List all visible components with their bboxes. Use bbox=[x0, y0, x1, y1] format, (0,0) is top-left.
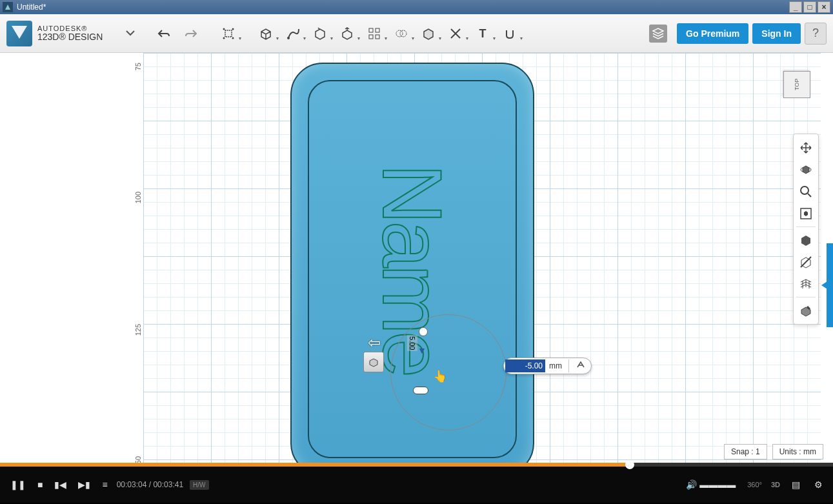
video-progress-fill bbox=[0, 463, 630, 467]
volume-button[interactable]: 🔊 ▬▬▬▬ bbox=[683, 477, 738, 492]
video-controls: ❚❚ ■ ▮◀ ▶▮ ≡ 00:03:04 / 00:03:41 H/W 🔊 ▬… bbox=[0, 467, 833, 503]
ruler-vertical: 75 100 125 150 bbox=[128, 53, 143, 463]
next-button[interactable]: ▶▮ bbox=[75, 477, 93, 492]
fit-tool[interactable] bbox=[796, 203, 816, 224]
titlebar: Untitled* _ □ × bbox=[0, 0, 833, 14]
text-tool[interactable]: T bbox=[474, 25, 492, 43]
svg-rect-9 bbox=[369, 35, 373, 39]
svg-point-3 bbox=[232, 28, 234, 30]
settings-button[interactable]: ⚙ bbox=[812, 477, 825, 492]
grouping-tool[interactable] bbox=[392, 25, 410, 43]
transform-tool[interactable] bbox=[219, 25, 237, 43]
go-premium-button[interactable]: Go Premium bbox=[677, 23, 748, 44]
sign-in-button[interactable]: Sign In bbox=[752, 23, 801, 44]
value-input-popup: mm bbox=[503, 358, 592, 374]
svg-rect-10 bbox=[376, 35, 379, 39]
video-time: 00:03:04 / 00:03:41 bbox=[117, 480, 183, 489]
pattern-tool[interactable] bbox=[365, 25, 383, 43]
svg-marker-0 bbox=[5, 5, 10, 10]
materials-button[interactable] bbox=[649, 25, 667, 43]
snap-tool[interactable] bbox=[501, 25, 519, 43]
prev-button[interactable]: ▮◀ bbox=[52, 477, 69, 492]
list-button[interactable]: ▤ bbox=[789, 477, 803, 492]
window-title: Untitled* bbox=[17, 3, 789, 12]
logo-icon bbox=[6, 21, 32, 46]
modify-tool[interactable] bbox=[338, 25, 356, 43]
unit-label: mm bbox=[545, 361, 566, 370]
zoom-tool[interactable] bbox=[796, 181, 816, 202]
app-icon bbox=[3, 2, 13, 12]
video-seek-bar[interactable] bbox=[0, 463, 833, 467]
svg-point-12 bbox=[400, 30, 406, 37]
units-status[interactable]: Units : mm bbox=[772, 444, 823, 459]
measure-tool[interactable] bbox=[447, 25, 465, 43]
snap-status[interactable]: Snap : 1 bbox=[724, 444, 767, 459]
app-menu-dropdown[interactable] bbox=[115, 29, 145, 38]
video-seek-handle[interactable] bbox=[625, 460, 634, 469]
mode-3d-button[interactable]: 3D bbox=[771, 481, 780, 489]
svg-point-5 bbox=[232, 37, 234, 39]
input-tool-button[interactable] bbox=[572, 360, 590, 372]
minimize-button[interactable]: _ bbox=[789, 1, 802, 13]
model-object[interactable]: Name bbox=[290, 63, 534, 463]
pan-tool[interactable] bbox=[796, 137, 816, 158]
combine-tool[interactable] bbox=[419, 25, 437, 43]
sketch-tool[interactable] bbox=[284, 25, 302, 43]
window-controls: _ □ × bbox=[789, 1, 830, 13]
svg-rect-8 bbox=[376, 28, 379, 32]
stop-button[interactable]: ■ bbox=[35, 477, 45, 492]
navigation-panel bbox=[793, 134, 819, 325]
playlist-button[interactable]: ≡ bbox=[99, 477, 110, 492]
main-toolbar: AUTODESK® 123D® DESIGN T Go Premium bbox=[0, 14, 833, 53]
svg-point-2 bbox=[223, 28, 225, 30]
hw-badge: H/W bbox=[190, 480, 208, 490]
orbit-tool[interactable] bbox=[796, 159, 816, 180]
edit-material-tool[interactable] bbox=[796, 300, 816, 321]
extrude-value-input[interactable] bbox=[505, 359, 545, 372]
svg-line-18 bbox=[808, 194, 811, 197]
logo-area: AUTODESK® 123D® DESIGN bbox=[6, 21, 103, 46]
close-button[interactable]: × bbox=[818, 1, 830, 13]
model-text: Name bbox=[364, 164, 461, 375]
grid-toggle-tool[interactable] bbox=[796, 274, 816, 294]
gizmo-tool-button[interactable] bbox=[363, 352, 384, 372]
canvas-viewport[interactable]: 75 100 125 150 Name ⇦ 5.00 ▼ 👆 mm TOP bbox=[0, 53, 833, 463]
svg-text:T: T bbox=[479, 27, 487, 40]
redo-button[interactable] bbox=[182, 25, 200, 43]
view-cube[interactable]: TOP bbox=[783, 71, 810, 98]
svg-point-17 bbox=[801, 186, 808, 194]
status-bar: Snap : 1 Units : mm bbox=[724, 441, 823, 463]
construct-tool[interactable] bbox=[311, 25, 329, 43]
svg-point-6 bbox=[287, 37, 290, 39]
play-pause-button[interactable]: ❚❚ bbox=[8, 477, 28, 492]
svg-point-11 bbox=[396, 30, 403, 37]
shaded-view-tool[interactable] bbox=[796, 230, 816, 250]
svg-point-4 bbox=[223, 37, 225, 39]
maximize-button[interactable]: □ bbox=[803, 1, 816, 13]
svg-rect-1 bbox=[225, 30, 232, 37]
outline-view-tool[interactable] bbox=[796, 252, 816, 272]
orbit-label[interactable]: 360° bbox=[747, 481, 762, 489]
brand-line2: 123D® DESIGN bbox=[37, 32, 103, 42]
help-button[interactable]: ? bbox=[805, 23, 827, 45]
undo-button[interactable] bbox=[155, 25, 173, 43]
primitives-tool[interactable] bbox=[257, 25, 275, 43]
svg-rect-7 bbox=[369, 28, 373, 32]
